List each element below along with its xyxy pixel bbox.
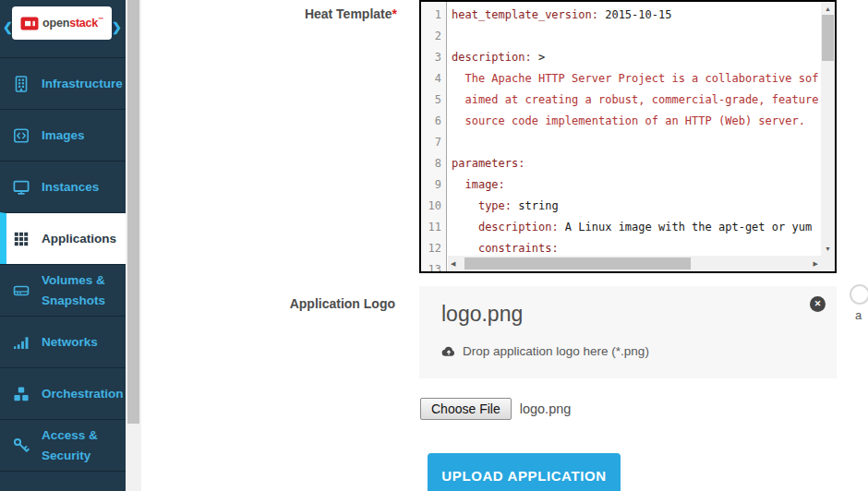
sidebar-item-orchestration[interactable]: Orchestration: [0, 367, 126, 419]
sidebar-item-label: Access & Security: [42, 425, 117, 465]
line-number: 7: [421, 132, 446, 153]
code-line: aimed at creating a robust, commercial-g…: [448, 90, 821, 111]
sidebar-item-label: Infrastructure: [42, 74, 117, 94]
sidebar-item-label: Networks: [42, 332, 117, 353]
editor-horizontal-scrollbar[interactable]: ◀ ▶: [448, 256, 821, 271]
sidebar-scrollbar-thumb[interactable]: [127, 0, 139, 424]
vertical-scrollbar-thumb[interactable]: [822, 15, 834, 61]
partial-icon: [12, 486, 30, 491]
scroll-right-icon[interactable]: ▶: [814, 260, 818, 267]
sidebar-item-volumes-snapshots[interactable]: Volumes & Snapshots: [0, 264, 126, 316]
openstack-logo-text: openstack™: [42, 17, 103, 30]
code-line: source code implementation of an HTTP (W…: [448, 111, 821, 132]
openstack-logo[interactable]: openstack™: [12, 6, 112, 40]
scroll-left-icon[interactable]: ◀: [451, 260, 455, 267]
key-icon: [12, 437, 30, 455]
sidebar-items: InfrastructureImagesInstancesApplication…: [0, 57, 126, 471]
upload-application-button[interactable]: UPLOAD APPLICATION: [428, 453, 621, 491]
sidebar-item-applications[interactable]: Applications: [0, 212, 126, 264]
application-logo-label: Application Logo: [183, 296, 395, 311]
dropzone-filename: logo.png: [441, 302, 523, 327]
cloud-upload-icon: [441, 345, 456, 357]
sidebar: ❮ openstack™ ❯ InfrastructureImagesInsta…: [0, 0, 126, 491]
sidebar-item-networks[interactable]: Networks: [0, 316, 126, 367]
sidebar-item-access-security[interactable]: Access & Security: [0, 419, 126, 471]
cubes-icon: [12, 385, 30, 403]
chosen-file-name: logo.png: [520, 401, 572, 416]
code-line: description: A Linux image with the apt-…: [448, 217, 821, 238]
sidebar-logo-row: ❮ openstack™ ❯: [0, 0, 126, 57]
code-line: [448, 26, 821, 47]
editor-line-number-gutter: 12345678910111213: [421, 2, 447, 271]
help-circle-icon: [850, 284, 868, 305]
sidebar-item-images[interactable]: Images: [0, 109, 126, 161]
signal-bars-icon: [12, 333, 30, 352]
editor-vertical-scrollbar[interactable]: ▲ ▼: [821, 2, 835, 256]
heat-template-label: Heat Template*: [185, 6, 397, 21]
sidebar-item-label: Volumes & Snapshots: [42, 270, 117, 310]
required-asterisk: *: [392, 6, 397, 21]
building-icon: [12, 75, 30, 93]
horizontal-scrollbar-thumb[interactable]: [464, 257, 691, 269]
code-line: The Apache HTTP Server Project is a coll…: [448, 68, 821, 90]
sidebar-item-label: Instances: [42, 177, 117, 198]
sidebar-item-label: Applications: [42, 229, 117, 249]
line-number: 4: [421, 68, 446, 90]
scroll-down-icon[interactable]: ▼: [825, 246, 831, 252]
sidebar-item-infrastructure[interactable]: Infrastructure: [0, 57, 126, 109]
collapse-right-icon[interactable]: ❯: [112, 20, 122, 34]
line-number: 5: [421, 90, 446, 111]
line-number: 10: [421, 196, 446, 217]
logo-file-input-row: Choose File logo.png: [420, 398, 571, 420]
code-line: type: string: [448, 196, 821, 217]
editor-code-area[interactable]: heat_template_version: 2015-10-15descrip…: [448, 2, 821, 271]
dropzone-hint: Drop application logo here (*.png): [441, 344, 649, 358]
sidebar-item-label: Images: [42, 126, 117, 146]
image-code-icon: [12, 126, 30, 145]
openstack-logo-icon: [20, 16, 39, 31]
sidebar-scrollbar[interactable]: [126, 0, 141, 491]
line-number: 9: [421, 174, 446, 196]
logo-dropzone[interactable]: logo.png Drop application logo here (*.p…: [419, 286, 837, 378]
code-line: parameters:: [448, 153, 821, 174]
heat-template-editor[interactable]: 12345678910111213 heat_template_version:…: [419, 0, 837, 273]
line-number: 2: [421, 26, 446, 47]
code-line: description: >: [448, 47, 821, 68]
code-line: heat_template_version: 2015-10-15: [448, 5, 821, 26]
code-line: image:: [448, 174, 821, 196]
line-number: 6: [421, 111, 446, 132]
line-number: 3: [421, 47, 446, 68]
line-number: 8: [421, 153, 446, 174]
choose-file-button[interactable]: Choose File: [420, 398, 512, 420]
drive-icon: [12, 281, 30, 300]
line-number: 12: [421, 238, 446, 259]
remove-logo-icon[interactable]: ✕: [810, 296, 826, 312]
cutoff-help-text: a: [855, 308, 862, 322]
sidebar-item-instances[interactable]: Instances: [0, 161, 126, 212]
scroll-up-icon[interactable]: ▲: [825, 6, 831, 12]
code-line: [448, 132, 821, 153]
sidebar-item-label: Orchestration: [42, 384, 117, 404]
line-number: 11: [421, 217, 446, 238]
grid-icon: [12, 230, 30, 248]
monitor-icon: [12, 178, 30, 197]
line-number: 13: [421, 259, 446, 273]
sidebar-item-partial[interactable]: [0, 471, 126, 491]
line-number: 1: [421, 5, 446, 26]
scrollbar-corner: [821, 256, 835, 271]
